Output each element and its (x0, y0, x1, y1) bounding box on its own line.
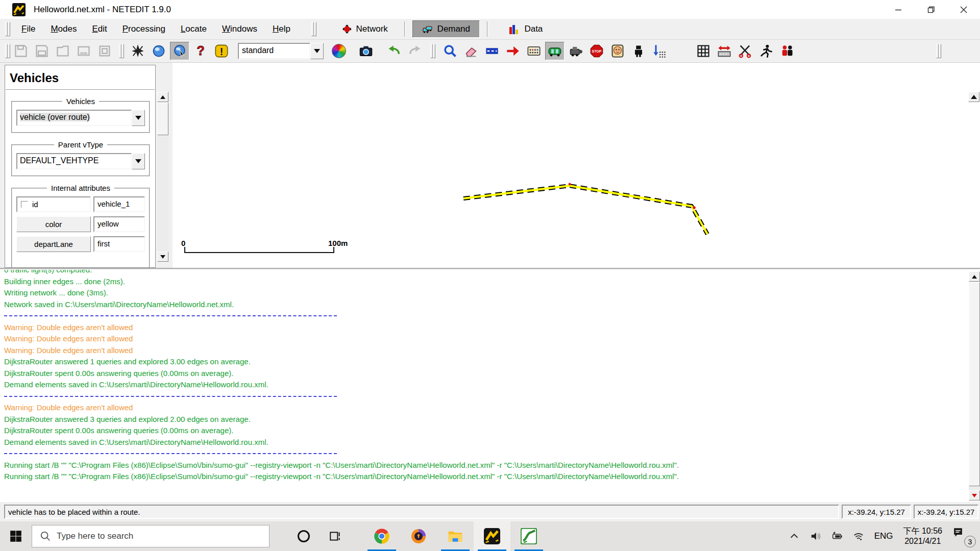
menu-modes[interactable]: Modes (43, 21, 84, 37)
taskbar-search[interactable] (32, 525, 270, 547)
toolbar-grip[interactable] (936, 44, 941, 58)
message-log[interactable]: 0 traffic light(s) computed.Building inn… (0, 270, 980, 502)
color-attribute-button[interactable]: color (16, 216, 91, 232)
taskbar-sumo[interactable] (510, 521, 547, 551)
taskbar-chrome[interactable] (363, 521, 400, 551)
warnings-button[interactable]: ! (212, 42, 231, 60)
departlane-attribute-button[interactable]: departLane (16, 236, 91, 252)
edit-visualisation-button[interactable] (329, 42, 349, 60)
parent-vtype-combobox[interactable]: DEFAULT_VEHTYPE (16, 153, 145, 169)
menu-windows[interactable]: Windows (214, 21, 265, 37)
save-demand-button[interactable] (74, 42, 93, 60)
toolbar-grip[interactable] (119, 44, 124, 58)
view-preset-combobox[interactable]: standard (238, 43, 324, 59)
scroll-up-button[interactable] (969, 271, 980, 282)
toolbar-grip[interactable] (430, 44, 435, 58)
language-indicator[interactable]: ENG (874, 531, 893, 541)
globe-icon (152, 44, 166, 58)
help-button[interactable]: ? (191, 42, 210, 60)
save-plain-xml-button[interactable] (32, 42, 52, 60)
status-message: vehicle has to be placed within a route. (4, 505, 839, 519)
parent-vtype-dropdown-button[interactable] (132, 153, 145, 169)
scroll-down-button[interactable] (157, 252, 168, 262)
log-line: Demand elements saved in C:\Users\marti\… (4, 379, 980, 391)
windows-taskbar: ENG 下午 10:56 2021/4/21 3 (0, 521, 980, 551)
folder-icon (447, 528, 463, 544)
volume-icon[interactable] (810, 531, 821, 542)
locate-container-button[interactable] (777, 42, 797, 60)
departlane-value-field[interactable]: first (93, 236, 145, 252)
id-checkbox[interactable] (21, 201, 28, 208)
locate-vehicle-button[interactable] (736, 42, 755, 60)
mode-person-button[interactable] (608, 42, 627, 60)
mode-persontrip-button[interactable] (650, 42, 669, 60)
mode-stop-button[interactable]: STOP (587, 42, 606, 60)
frame-scrollbar[interactable] (157, 92, 168, 262)
locate-person-button[interactable] (756, 42, 776, 60)
triangle-down-icon (160, 255, 165, 259)
maximize-button[interactable] (915, 0, 947, 19)
id-value-field[interactable]: vehicle_1 (93, 196, 145, 212)
close-button[interactable] (947, 0, 980, 19)
mode-personplan-button[interactable] (629, 42, 648, 60)
scroll-thumb[interactable] (969, 282, 980, 486)
vehicles-groupbox: Vehicles vehicle (over route) (11, 97, 150, 133)
log-scrollbar[interactable] (969, 271, 980, 500)
mode-delete-button[interactable] (461, 42, 481, 60)
cortana-button[interactable] (288, 521, 320, 551)
toolbar-grip[interactable] (5, 44, 10, 58)
mode-move-button[interactable] (503, 42, 523, 60)
save-joined-button[interactable] (53, 42, 72, 60)
parent-vtype-groupbox: Parent vType DEFAULT_VEHTYPE (11, 140, 150, 177)
redo-button[interactable] (405, 42, 425, 60)
cortana-icon (297, 529, 311, 543)
supermode-demand-button[interactable]: Demand (412, 20, 480, 38)
supermode-data-button[interactable]: Data (495, 20, 555, 38)
mode-route-button[interactable] (524, 42, 544, 60)
locate-view-button[interactable] (170, 42, 189, 60)
mode-select-button[interactable] (482, 42, 502, 60)
task-view-button[interactable] (320, 521, 351, 551)
notification-center-button[interactable]: 3 (952, 527, 973, 545)
vehicle-type-combobox[interactable]: vehicle (over route) (16, 110, 145, 126)
scroll-thumb[interactable] (157, 103, 168, 135)
color-value-field[interactable]: yellow (93, 216, 145, 232)
taskbar-file-explorer[interactable] (437, 521, 474, 551)
network-canvas[interactable]: 0 100m (173, 63, 980, 268)
toolbar-grip[interactable] (5, 22, 10, 36)
locate-edge-button[interactable] (715, 42, 734, 60)
minimize-button[interactable] (882, 0, 915, 19)
snapshot-button[interactable] (356, 42, 376, 60)
view-preset-dropdown-button[interactable] (310, 43, 324, 59)
tray-chevron-icon[interactable] (789, 531, 800, 542)
mode-type-button[interactable] (566, 42, 585, 60)
mode-inspect-button[interactable] (440, 42, 460, 60)
menu-edit[interactable]: Edit (84, 21, 114, 37)
save-icon (97, 44, 112, 58)
save-network-button[interactable] (11, 42, 31, 60)
menu-file[interactable]: File (14, 21, 43, 37)
menu-help[interactable]: Help (265, 21, 298, 37)
taskbar-netedit[interactable] (474, 521, 510, 551)
locate-junction-button[interactable] (694, 42, 713, 60)
toolbar-grip[interactable] (311, 22, 316, 36)
clock[interactable]: 下午 10:56 2021/4/21 (903, 526, 942, 546)
supermode-network-button[interactable]: Network (333, 20, 397, 38)
canvas-scroll-up-button[interactable] (968, 92, 979, 102)
save-data-button[interactable] (95, 42, 114, 60)
vehicle-type-dropdown-button[interactable] (132, 110, 145, 126)
search-input[interactable] (32, 525, 270, 547)
taskbar-secure-browser[interactable] (400, 521, 437, 551)
menu-processing[interactable]: Processing (115, 21, 173, 37)
scroll-up-button[interactable] (157, 92, 168, 102)
undo-button[interactable] (384, 42, 404, 60)
scroll-down-button[interactable] (969, 490, 980, 500)
wifi-icon[interactable] (853, 531, 864, 542)
battery-icon[interactable] (831, 531, 843, 542)
keypad-icon (527, 44, 541, 58)
zoom-world-button[interactable] (149, 42, 168, 60)
mode-vehicle-button[interactable] (545, 42, 565, 60)
compute-network-button[interactable] (128, 42, 148, 60)
start-button[interactable] (0, 521, 32, 551)
menu-locate[interactable]: Locate (173, 21, 214, 37)
